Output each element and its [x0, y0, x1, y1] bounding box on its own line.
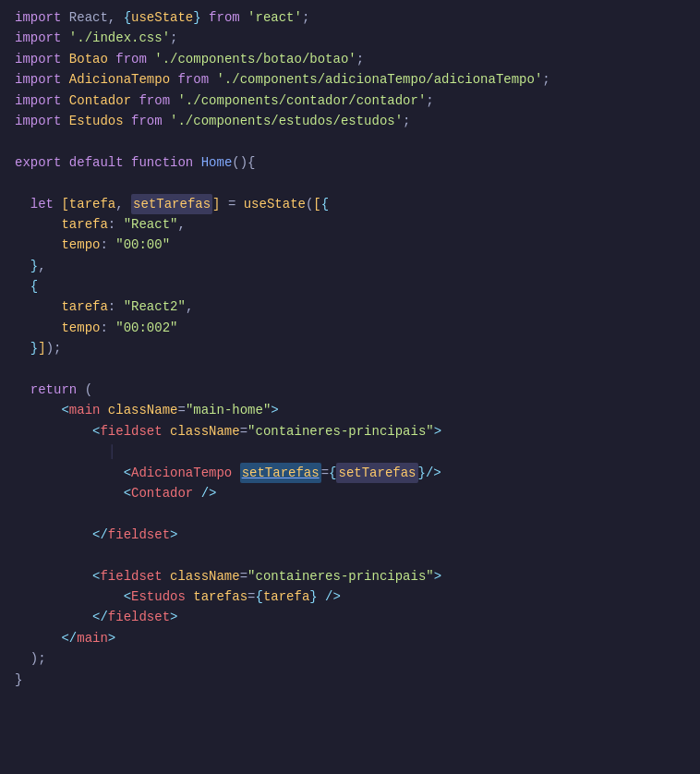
code-line: < Estudos tarefas = { tarefa } />	[0, 587, 700, 607]
code-line: import './index.css' ;	[0, 28, 700, 48]
code-line: {	[0, 276, 700, 296]
code-line: }	[0, 670, 700, 690]
code-line-blank	[0, 173, 700, 193]
highlight-setTarefas-attr: setTarefas	[240, 463, 321, 483]
keyword-import: import	[15, 7, 61, 28]
code-line-blank	[0, 545, 700, 565]
code-line: < AdicionaTempo setTarefas = { setTarefa…	[0, 463, 700, 483]
code-line: );	[0, 648, 700, 669]
code-line: < fieldset className = "containeres-prin…	[0, 421, 700, 441]
code-line: import React, { useState } from 'react' …	[0, 7, 700, 28]
code-line: import Botao from './components/botao/bo…	[0, 49, 700, 69]
code-line: } ,	[0, 256, 700, 276]
code-editor: import React, { useState } from 'react' …	[0, 0, 700, 774]
keyword-from: from	[209, 7, 240, 28]
code-line: < main className = "main-home" >	[0, 400, 700, 420]
highlight-setTarefas-val: setTarefas	[336, 463, 417, 483]
code-line: import Estudos from './components/estudo…	[0, 111, 700, 131]
code-line: │	[0, 441, 700, 462]
code-line: < Contador />	[0, 483, 700, 503]
code-line: return (	[0, 380, 700, 400]
code-line: tarefa : "React" ,	[0, 214, 700, 235]
code-line-blank	[0, 131, 700, 151]
code-line: } ] );	[0, 338, 700, 358]
code-line: let [ tarefa , setTarefas ] = useState (…	[0, 194, 700, 214]
code-line: tarefa : "React2" ,	[0, 296, 700, 317]
code-line: </ fieldset >	[0, 607, 700, 627]
code-line: </ main >	[0, 628, 700, 648]
code-line: import AdicionaTempo from './components/…	[0, 69, 700, 90]
code-line: export default function Home (){	[0, 152, 700, 173]
code-line-blank	[0, 503, 700, 524]
code-line: tempo : "00:00"	[0, 235, 700, 255]
code-line: import Contador from './components/conta…	[0, 91, 700, 111]
code-line-blank	[0, 359, 700, 380]
highlight-setTarefas: setTarefas	[131, 194, 212, 214]
code-line: </ fieldset >	[0, 525, 700, 545]
code-line: tempo : "00:002"	[0, 318, 700, 338]
code-line: < fieldset className = "containeres-prin…	[0, 566, 700, 587]
